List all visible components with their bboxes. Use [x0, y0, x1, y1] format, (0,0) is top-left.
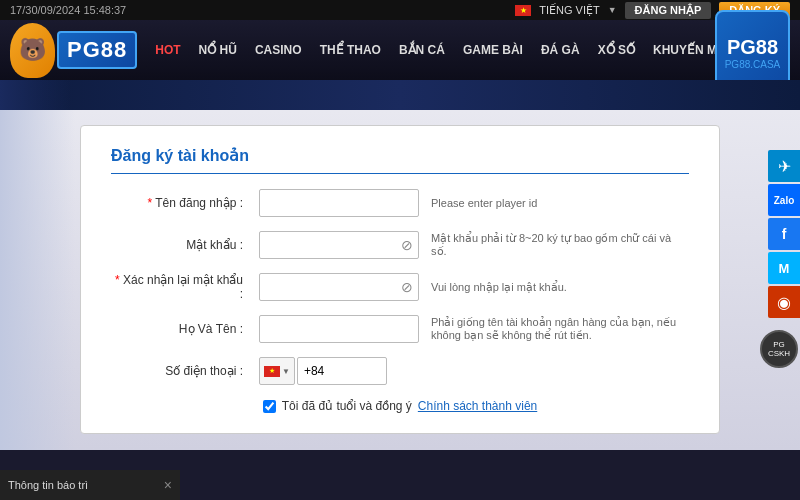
username-hint: Please enter player id: [431, 197, 689, 209]
zalo-button[interactable]: Zalo: [768, 184, 800, 216]
terms-link[interactable]: Chính sách thành viên: [418, 399, 537, 413]
logo-area: 🐻 PG88: [10, 23, 137, 78]
agree-checkbox[interactable]: [263, 400, 276, 413]
main-content: Đăng ký tài khoản * Tên đăng nhập : Plea…: [0, 110, 800, 450]
required-marker: *: [147, 196, 152, 210]
confirm-password-input[interactable]: [259, 273, 419, 301]
form-title: Đăng ký tài khoản: [111, 146, 689, 174]
language-selector[interactable]: TIẾNG VIỆT: [539, 4, 599, 17]
username-input[interactable]: [259, 189, 419, 217]
username-label: * Tên đăng nhập :: [111, 196, 251, 210]
phone-input[interactable]: [297, 357, 387, 385]
chevron-down-icon: ▼: [282, 367, 290, 376]
fullname-input[interactable]: [259, 315, 419, 343]
password-toggle-icon[interactable]: ⊘: [401, 237, 413, 253]
fullname-row: Họ Và Tên : Phải giống tên tài khoản ngâ…: [111, 315, 689, 343]
top-bar: 17/30/09/2024 15:48:37 TIẾNG VIỆT ▼ ĐĂNG…: [0, 0, 800, 20]
nav-item-ban-ca[interactable]: BẮN CÁ: [391, 39, 453, 61]
confirm-password-field-wrapper: ⊘: [259, 273, 419, 301]
nav-item-vip[interactable]: VIP: [796, 39, 800, 61]
badge-logo: PG88: [727, 36, 778, 59]
nav-item-no-hu[interactable]: NỔ HŨ: [191, 39, 245, 61]
pg-cskh-button[interactable]: PG CSKH: [760, 330, 798, 368]
side-icons: ✈ Zalo f M ◉ PG CSKH: [768, 150, 800, 370]
flag-vietnam: [515, 5, 531, 16]
phone-row: Số điện thoại : ▼: [111, 357, 689, 385]
bear-mascot: 🐻: [10, 23, 55, 78]
close-icon[interactable]: ×: [164, 477, 172, 493]
bottom-notification: Thông tin báo trì ×: [0, 470, 180, 500]
password-hint: Mật khẩu phải từ 8~20 ký tự bao gồm chữ …: [431, 232, 689, 258]
password-row: Mật khẩu : ⊘ Mật khẩu phải từ 8~20 ký tự…: [111, 231, 689, 259]
username-row: * Tên đăng nhập : Please enter player id: [111, 189, 689, 217]
badge-sub: PG88.CASA: [725, 59, 781, 70]
telegram-button[interactable]: ✈: [768, 150, 800, 182]
chevron-down-icon: ▼: [608, 5, 617, 15]
phone-label: Số điện thoại :: [111, 364, 251, 378]
nav-item-xo-so[interactable]: XỔ SỐ: [590, 39, 643, 61]
login-button[interactable]: ĐĂNG NHẬP: [625, 2, 712, 19]
header: 🐻 PG88 HOT NỔ HŨ CASINO THỂ THAO BẮN CÁ …: [0, 20, 800, 80]
nav-item-hot[interactable]: HOT: [147, 39, 188, 61]
registration-form: Đăng ký tài khoản * Tên đăng nhập : Plea…: [80, 125, 720, 434]
datetime: 17/30/09/2024 15:48:37: [10, 4, 126, 16]
facebook-button[interactable]: f: [768, 218, 800, 250]
phone-input-group: ▼: [259, 357, 419, 385]
nav-item-the-thao[interactable]: THỂ THAO: [312, 39, 389, 61]
fullname-hint: Phải giống tên tài khoản ngân hàng của b…: [431, 316, 689, 342]
nav-item-game-bai[interactable]: GAME BÀI: [455, 39, 531, 61]
confirm-password-label: * Xác nhận lại mật khẩu :: [111, 273, 251, 301]
logo[interactable]: PG88: [57, 31, 137, 69]
confirm-password-row: * Xác nhận lại mật khẩu : ⊘ Vui lòng nhậ…: [111, 273, 689, 301]
other-button[interactable]: ◉: [768, 286, 800, 318]
confirm-password-toggle-icon[interactable]: ⊘: [401, 279, 413, 295]
agree-row: Tôi đã đủ tuổi và đồng ý Chính sách thàn…: [111, 399, 689, 413]
nav-item-casino[interactable]: CASINO: [247, 39, 310, 61]
required-marker2: *: [115, 273, 120, 287]
password-label: Mật khẩu :: [111, 238, 251, 252]
messenger-button[interactable]: M: [768, 252, 800, 284]
country-selector[interactable]: ▼: [259, 357, 295, 385]
notification-text: Thông tin báo trì: [8, 479, 88, 491]
password-input[interactable]: [259, 231, 419, 259]
confirm-password-hint: Vui lòng nhập lại mật khẩu.: [431, 281, 689, 294]
nav-menu: HOT NỔ HŨ CASINO THỂ THAO BẮN CÁ GAME BÀ…: [147, 39, 800, 61]
flag-icon: [264, 366, 280, 377]
agree-text: Tôi đã đủ tuổi và đồng ý: [282, 399, 412, 413]
fullname-label: Họ Và Tên :: [111, 322, 251, 336]
nav-item-da-ga[interactable]: ĐÁ GÀ: [533, 39, 588, 61]
hero-area: [0, 80, 800, 110]
password-field-wrapper: ⊘: [259, 231, 419, 259]
